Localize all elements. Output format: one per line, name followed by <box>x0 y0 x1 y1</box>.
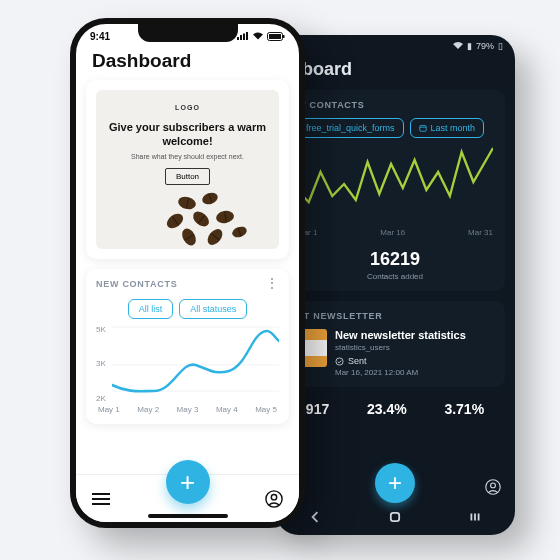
stat-value: 23.4% <box>367 401 407 417</box>
tick: May 2 <box>137 405 159 414</box>
android-nav <box>275 505 515 529</box>
total-label: Contacts added <box>297 272 493 281</box>
stats-row: 917 23.4% 3.71% <box>275 397 515 417</box>
newsletter-title: New newsletter statistics <box>335 329 466 341</box>
filter-status-pill[interactable]: All statuses <box>179 299 247 319</box>
filter-list-pill[interactable]: free_trial_quick_forms <box>297 118 404 138</box>
pill-label: Last month <box>431 123 476 133</box>
promo-sub: Share what they should expect next. <box>106 153 269 160</box>
signal-icon: ▮ <box>467 41 472 51</box>
tick: May 3 <box>177 405 199 414</box>
pill-label: All statuses <box>190 304 236 314</box>
newsletter-date: Mar 16, 2021 12:00 AM <box>335 368 466 377</box>
battery-label: 79% <box>476 41 494 51</box>
contacts-card: ⋮ NEW CONTACTS All list All statuses 5K … <box>86 269 289 424</box>
pill-label: All list <box>139 304 163 314</box>
menu-button[interactable] <box>92 492 110 506</box>
svg-rect-0 <box>419 126 425 132</box>
filter-period-pill[interactable]: Last month <box>410 118 485 138</box>
phone-light: 9:41 Dashboard LOGO Give your subscriber… <box>70 18 305 528</box>
plus-icon: + <box>388 469 402 497</box>
x-axis: May 1 May 2 May 3 May 4 May 5 <box>96 405 279 414</box>
x-axis: Mar 1 Mar 16 Mar 31 <box>297 228 493 237</box>
status-time: 9:41 <box>90 31 110 42</box>
svg-rect-12 <box>246 32 248 40</box>
svg-rect-5 <box>391 513 399 521</box>
svg-point-23 <box>271 494 276 499</box>
contacts-sparkline <box>297 144 493 224</box>
contacts-card: W CONTACTS free_trial_quick_forms Last m… <box>285 90 505 291</box>
promo-card[interactable]: LOGO Give your subscribers a warm welcom… <box>86 80 289 259</box>
newsletter-card[interactable]: ST NEWSLETTER New newsletter statistics … <box>285 301 505 387</box>
wifi-icon <box>453 42 463 50</box>
page-title: hboard <box>275 57 515 90</box>
add-button[interactable]: + <box>166 460 210 504</box>
promo-headline: Give your subscribers a warm welcome! <box>106 121 269 149</box>
page-title: Dashboard <box>76 48 299 80</box>
card-heading: W CONTACTS <box>297 100 493 110</box>
pill-label: free_trial_quick_forms <box>306 123 395 133</box>
home-indicator[interactable] <box>148 514 228 518</box>
notch <box>138 24 238 42</box>
y-tick: 3K <box>96 359 106 368</box>
card-heading: NEW CONTACTS <box>96 279 279 289</box>
tick: Mar 31 <box>468 228 493 237</box>
tick: May 1 <box>98 405 120 414</box>
profile-button[interactable] <box>265 490 283 508</box>
y-tick: 2K <box>96 394 106 403</box>
svg-rect-9 <box>237 37 239 40</box>
add-button[interactable]: + <box>375 463 415 503</box>
total-value: 16219 <box>297 249 493 270</box>
plus-icon: + <box>180 467 195 498</box>
contacts-line-chart <box>112 321 279 399</box>
tick: May 5 <box>255 405 277 414</box>
tick: May 4 <box>216 405 238 414</box>
svg-point-3 <box>486 480 500 494</box>
newsletter-subtitle: statistics_users <box>335 343 466 352</box>
promo-logo: LOGO <box>106 104 269 111</box>
svg-point-2 <box>336 357 343 364</box>
more-icon[interactable]: ⋮ <box>265 279 279 287</box>
recents-icon[interactable] <box>469 511 481 523</box>
svg-rect-11 <box>243 34 245 41</box>
filter-list-pill[interactable]: All list <box>128 299 174 319</box>
status-bar: ▮ 79% ▯ <box>275 35 515 57</box>
y-tick: 5K <box>96 325 106 334</box>
back-icon[interactable] <box>309 511 321 523</box>
promo-button[interactable]: Button <box>165 168 210 185</box>
svg-rect-15 <box>283 35 285 38</box>
home-icon[interactable] <box>389 511 401 523</box>
svg-rect-14 <box>269 34 281 39</box>
check-icon <box>335 357 344 366</box>
tick: Mar 16 <box>380 228 405 237</box>
card-heading: ST NEWSLETTER <box>297 311 493 321</box>
stat-value: 917 <box>306 401 329 417</box>
profile-button[interactable] <box>485 479 501 495</box>
calendar-icon <box>419 124 427 132</box>
battery-icon <box>267 32 285 41</box>
svg-rect-10 <box>240 35 242 40</box>
stat-value: 3.71% <box>444 401 484 417</box>
battery-icon: ▯ <box>498 41 503 51</box>
promo-image <box>106 191 269 249</box>
contacts-total: 16219 Contacts added <box>297 249 493 281</box>
status-text: Sent <box>348 356 367 366</box>
phone-dark: ▮ 79% ▯ hboard W CONTACTS free_trial_qui… <box>275 35 515 535</box>
svg-point-4 <box>491 483 496 488</box>
signal-icon <box>237 32 249 40</box>
wifi-icon <box>252 32 264 40</box>
